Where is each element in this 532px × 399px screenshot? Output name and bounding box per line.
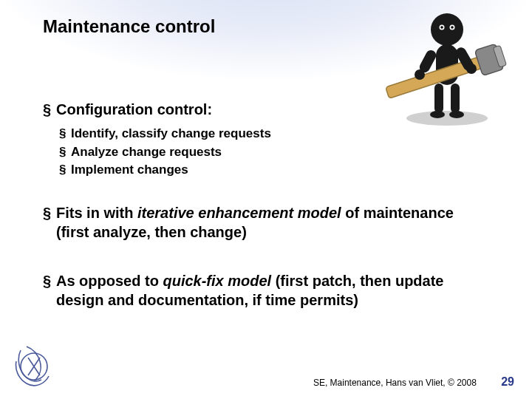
svg-point-16	[415, 69, 425, 80]
text-emphasis: quick-fix model	[163, 273, 271, 289]
footer-reference: SE, Maintenance, Hans van Vliet, © 2008	[313, 378, 477, 388]
text-fragment: As opposed to	[56, 273, 163, 289]
slide-content: Configuration control: Identify, classif…	[43, 100, 488, 316]
page-number: 29	[501, 375, 514, 388]
svg-point-5	[451, 26, 454, 29]
slide-footer: SE, Maintenance, Hans van Vliet, © 2008 …	[313, 375, 514, 389]
bullet-quickfix-model: As opposed to quick-fix model (first pat…	[43, 271, 488, 310]
sub-bullet-analyze: Analyze change requests	[43, 143, 488, 162]
bullet-config-control: Configuration control:	[43, 100, 488, 119]
svg-point-17	[466, 64, 477, 74]
text-emphasis: iterative enhancement model	[137, 205, 341, 221]
svg-point-1	[431, 13, 463, 46]
bullet-iterative-model: Fits in with iterative enhancement model…	[43, 203, 488, 242]
svg-point-4	[440, 26, 443, 29]
slide-title: Maintenance control	[43, 16, 215, 37]
sub-bullet-identify: Identify, classify change requests	[43, 125, 488, 143]
sub-bullet-implement: Implement changes	[43, 161, 488, 180]
corner-emblem-illustration	[12, 343, 56, 392]
text-fragment: Fits in with	[56, 205, 137, 221]
